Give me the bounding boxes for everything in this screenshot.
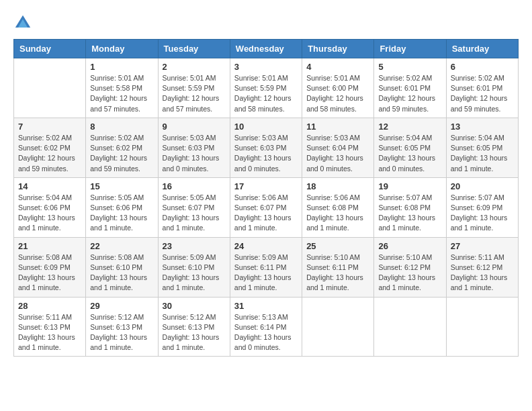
column-header-friday: Friday [374,40,446,58]
calendar-cell: 27Sunrise: 5:11 AM Sunset: 6:12 PM Dayli… [446,237,518,297]
day-number: 16 [163,181,226,191]
day-info: Sunrise: 5:05 AM Sunset: 6:07 PM Dayligh… [163,193,226,234]
calendar-cell: 9Sunrise: 5:03 AM Sunset: 6:03 PM Daylig… [158,118,230,177]
calendar-cell: 1Sunrise: 5:01 AM Sunset: 5:58 PM Daylig… [86,58,158,118]
day-info: Sunrise: 5:02 AM Sunset: 6:01 PM Dayligh… [451,73,514,114]
day-info: Sunrise: 5:02 AM Sunset: 6:02 PM Dayligh… [90,133,153,174]
day-info: Sunrise: 5:07 AM Sunset: 6:09 PM Dayligh… [451,193,514,234]
day-number: 11 [306,122,369,132]
calendar-cell [446,297,518,357]
calendar-cell: 19Sunrise: 5:07 AM Sunset: 6:08 PM Dayli… [374,177,446,237]
day-info: Sunrise: 5:12 AM Sunset: 6:13 PM Dayligh… [90,312,153,353]
calendar-cell: 3Sunrise: 5:01 AM Sunset: 5:59 PM Daylig… [230,58,302,118]
calendar-cell: 6Sunrise: 5:02 AM Sunset: 6:01 PM Daylig… [446,58,518,118]
calendar-week-row: 21Sunrise: 5:08 AM Sunset: 6:09 PM Dayli… [14,237,519,297]
day-number: 3 [234,62,298,72]
day-number: 6 [451,62,514,72]
day-info: Sunrise: 5:06 AM Sunset: 6:08 PM Dayligh… [306,193,369,234]
day-number: 17 [234,181,298,191]
day-info: Sunrise: 5:11 AM Sunset: 6:12 PM Dayligh… [451,253,514,293]
calendar-cell: 4Sunrise: 5:01 AM Sunset: 6:00 PM Daylig… [302,58,374,118]
column-header-saturday: Saturday [446,40,518,58]
day-number: 8 [90,122,153,132]
day-number: 18 [306,181,369,191]
calendar-week-row: 28Sunrise: 5:11 AM Sunset: 6:13 PM Dayli… [14,297,519,357]
calendar-cell: 16Sunrise: 5:05 AM Sunset: 6:07 PM Dayli… [158,177,230,237]
logo-icon [13,13,32,32]
calendar-cell: 23Sunrise: 5:09 AM Sunset: 6:10 PM Dayli… [158,237,230,297]
day-info: Sunrise: 5:03 AM Sunset: 6:03 PM Dayligh… [163,133,226,174]
day-info: Sunrise: 5:01 AM Sunset: 5:59 PM Dayligh… [234,73,298,114]
column-header-thursday: Thursday [302,40,374,58]
day-info: Sunrise: 5:13 AM Sunset: 6:14 PM Dayligh… [234,312,298,353]
day-number: 9 [163,122,226,132]
day-info: Sunrise: 5:01 AM Sunset: 5:59 PM Dayligh… [163,73,226,114]
day-info: Sunrise: 5:10 AM Sunset: 6:12 PM Dayligh… [378,253,441,293]
day-info: Sunrise: 5:04 AM Sunset: 6:05 PM Dayligh… [451,133,514,174]
day-number: 1 [90,62,153,72]
day-info: Sunrise: 5:02 AM Sunset: 6:02 PM Dayligh… [18,133,81,174]
calendar-cell: 26Sunrise: 5:10 AM Sunset: 6:12 PM Dayli… [374,237,446,297]
day-number: 29 [90,301,153,311]
day-number: 27 [451,241,514,251]
day-info: Sunrise: 5:05 AM Sunset: 6:06 PM Dayligh… [90,193,153,234]
calendar-cell [14,58,86,118]
calendar-cell: 17Sunrise: 5:06 AM Sunset: 6:07 PM Dayli… [230,177,302,237]
calendar-cell: 8Sunrise: 5:02 AM Sunset: 6:02 PM Daylig… [86,118,158,177]
calendar-cell: 7Sunrise: 5:02 AM Sunset: 6:02 PM Daylig… [14,118,86,177]
day-info: Sunrise: 5:12 AM Sunset: 6:13 PM Dayligh… [163,312,226,353]
day-number: 21 [18,241,81,251]
calendar-cell: 30Sunrise: 5:12 AM Sunset: 6:13 PM Dayli… [158,297,230,357]
day-number: 30 [163,301,226,311]
day-number: 28 [18,301,81,311]
day-info: Sunrise: 5:02 AM Sunset: 6:01 PM Dayligh… [378,73,441,114]
calendar-cell: 22Sunrise: 5:08 AM Sunset: 6:10 PM Dayli… [86,237,158,297]
day-info: Sunrise: 5:08 AM Sunset: 6:09 PM Dayligh… [18,253,81,293]
day-number: 26 [378,241,441,251]
calendar-cell: 24Sunrise: 5:09 AM Sunset: 6:11 PM Dayli… [230,237,302,297]
calendar-cell: 31Sunrise: 5:13 AM Sunset: 6:14 PM Dayli… [230,297,302,357]
day-info: Sunrise: 5:01 AM Sunset: 5:58 PM Dayligh… [90,73,153,114]
day-info: Sunrise: 5:03 AM Sunset: 6:04 PM Dayligh… [306,133,369,174]
calendar-cell: 21Sunrise: 5:08 AM Sunset: 6:09 PM Dayli… [14,237,86,297]
column-header-tuesday: Tuesday [158,40,230,58]
day-number: 15 [90,181,153,191]
day-info: Sunrise: 5:04 AM Sunset: 6:06 PM Dayligh… [18,193,81,234]
calendar-header-row: SundayMondayTuesdayWednesdayThursdayFrid… [14,40,519,58]
day-info: Sunrise: 5:01 AM Sunset: 6:00 PM Dayligh… [306,73,369,114]
day-number: 4 [306,62,369,72]
page-header [13,13,519,32]
day-info: Sunrise: 5:11 AM Sunset: 6:13 PM Dayligh… [18,312,81,353]
calendar-cell: 18Sunrise: 5:06 AM Sunset: 6:08 PM Dayli… [302,177,374,237]
day-number: 31 [234,301,298,311]
day-number: 14 [18,181,81,191]
day-info: Sunrise: 5:04 AM Sunset: 6:05 PM Dayligh… [378,133,441,174]
calendar-cell: 28Sunrise: 5:11 AM Sunset: 6:13 PM Dayli… [14,297,86,357]
column-header-wednesday: Wednesday [230,40,302,58]
calendar-cell: 12Sunrise: 5:04 AM Sunset: 6:05 PM Dayli… [374,118,446,177]
calendar-cell [302,297,374,357]
day-number: 5 [378,62,441,72]
calendar-week-row: 1Sunrise: 5:01 AM Sunset: 5:58 PM Daylig… [14,58,519,118]
day-number: 2 [163,62,226,72]
day-info: Sunrise: 5:03 AM Sunset: 6:03 PM Dayligh… [234,133,298,174]
calendar-cell: 14Sunrise: 5:04 AM Sunset: 6:06 PM Dayli… [14,177,86,237]
calendar-cell: 5Sunrise: 5:02 AM Sunset: 6:01 PM Daylig… [374,58,446,118]
day-info: Sunrise: 5:09 AM Sunset: 6:10 PM Dayligh… [163,253,226,293]
calendar-cell: 15Sunrise: 5:05 AM Sunset: 6:06 PM Dayli… [86,177,158,237]
calendar-week-row: 7Sunrise: 5:02 AM Sunset: 6:02 PM Daylig… [14,118,519,177]
day-number: 20 [451,181,514,191]
calendar-cell: 25Sunrise: 5:10 AM Sunset: 6:11 PM Dayli… [302,237,374,297]
day-info: Sunrise: 5:07 AM Sunset: 6:08 PM Dayligh… [378,193,441,234]
day-number: 19 [378,181,441,191]
calendar-table: SundayMondayTuesdayWednesdayThursdayFrid… [13,39,519,357]
day-info: Sunrise: 5:08 AM Sunset: 6:10 PM Dayligh… [90,253,153,293]
calendar-cell [374,297,446,357]
calendar-cell: 20Sunrise: 5:07 AM Sunset: 6:09 PM Dayli… [446,177,518,237]
calendar-cell: 13Sunrise: 5:04 AM Sunset: 6:05 PM Dayli… [446,118,518,177]
day-info: Sunrise: 5:06 AM Sunset: 6:07 PM Dayligh… [234,193,298,234]
day-number: 13 [451,122,514,132]
day-number: 25 [306,241,369,251]
day-number: 22 [90,241,153,251]
calendar-week-row: 14Sunrise: 5:04 AM Sunset: 6:06 PM Dayli… [14,177,519,237]
